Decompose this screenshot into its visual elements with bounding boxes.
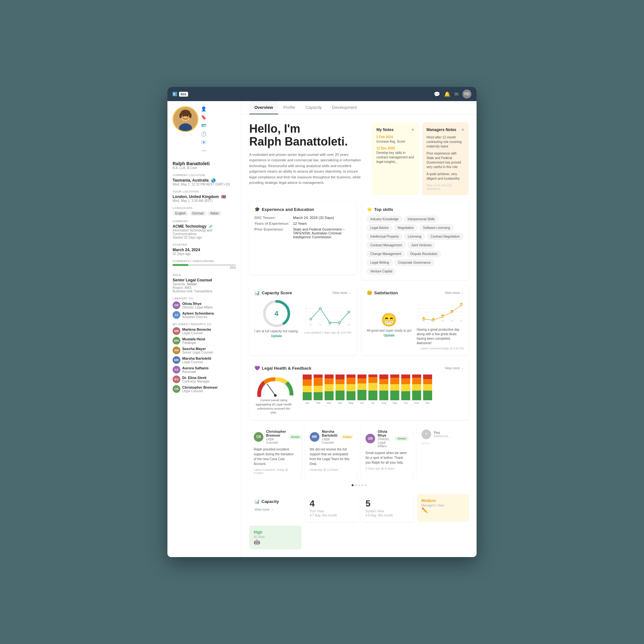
system-view-number: 5 bbox=[365, 498, 409, 509]
dot-indicators bbox=[249, 484, 469, 486]
cap-inner: 4 I am at full capacity but coping. Upda… bbox=[254, 299, 351, 338]
direct-report-6: ES Dr. Elina StreitContracts Manager bbox=[173, 375, 236, 383]
started-section: STARTED March 24, 2024 32 Days ago bbox=[173, 243, 236, 256]
sat-last-comment: Having a great productive day along with… bbox=[417, 327, 464, 346]
your-location-section: YOUR LOCATION London, United Kingdom 🇬🇧 … bbox=[173, 190, 236, 203]
bar-jan bbox=[303, 374, 312, 400]
health-gauge-desc: Current overall rating aggregating all L… bbox=[254, 398, 293, 414]
feedback-time-0: Latest Comment, Today @ 3:32pm bbox=[254, 468, 297, 475]
svg-text:2: 2 bbox=[306, 318, 307, 320]
onboarding-percent: 25% bbox=[173, 266, 236, 270]
dot-5[interactable] bbox=[365, 484, 366, 486]
direct-report-3: SM Sascha MayerSenior Legal Counsel bbox=[173, 346, 236, 354]
dot-2[interactable] bbox=[355, 484, 357, 486]
languages-section: LANGUAGES English German Italian bbox=[173, 206, 236, 216]
id-card-icon[interactable]: 🪪 bbox=[201, 123, 206, 128]
star-icon: ⭐ bbox=[367, 207, 372, 212]
cap-description: I am at full capacity but coping. bbox=[254, 329, 298, 333]
direct-report-5: AS Aurora SaftanisAssociate bbox=[173, 366, 236, 374]
feedback-status-2: Green bbox=[395, 436, 408, 441]
tab-overview[interactable]: Overview bbox=[249, 101, 278, 114]
svg-text:Feb: Feb bbox=[328, 324, 331, 326]
started-label: STARTED bbox=[173, 243, 236, 246]
my-notes-add-btn[interactable]: + bbox=[411, 127, 414, 133]
user-avatar-header[interactable]: RB bbox=[462, 90, 471, 99]
cap-sat-row: 📊 Capacity Score View more → bbox=[249, 285, 469, 355]
external-link-icon[interactable]: 🔗 bbox=[209, 225, 213, 228]
email-icon[interactable]: 📧 bbox=[201, 140, 206, 145]
pencil-icon: ✏️ bbox=[421, 507, 428, 513]
dr-avatar-4: MB bbox=[173, 356, 180, 364]
note-date-1: 2 Feb 2024 bbox=[376, 135, 414, 139]
feedback-avatar-0: CB bbox=[254, 432, 263, 442]
bookmark-icon[interactable]: 🔖 bbox=[201, 115, 206, 120]
skill-7: Contract Negotiation bbox=[427, 233, 463, 240]
health-bar-may: May bbox=[346, 374, 355, 404]
report-to-2: AS Ayleen Schembera Assistant Director bbox=[173, 311, 236, 319]
sat-update-btn[interactable]: Update bbox=[367, 334, 412, 337]
skill-13: Corporate Governance bbox=[394, 259, 434, 266]
mail-icon[interactable]: ✉ bbox=[454, 91, 459, 97]
managers-notes-header: Managers Notes + bbox=[427, 127, 464, 133]
satisfaction-chart-svg: 5 4 3 2 1 bbox=[417, 299, 464, 325]
add-user-icon[interactable]: 👤 bbox=[201, 106, 206, 111]
tab-development[interactable]: Development bbox=[327, 101, 362, 114]
direct-report-2: MH Mustafa HeistParalegal bbox=[173, 337, 236, 345]
bar-label-apr: Apr bbox=[338, 402, 342, 404]
bottom-card-ai-view: High AI View 🤖 bbox=[249, 526, 301, 549]
svg-text:3: 3 bbox=[306, 315, 307, 317]
your-location-time: Wed, May 1, 3:30 AM (BST) bbox=[173, 199, 236, 203]
more-icon[interactable]: ••• bbox=[202, 148, 206, 153]
reports-to-section: I REPORT TO: OR Olivia Rhye Director, Le… bbox=[173, 297, 236, 319]
dr-avatar-7: CB bbox=[173, 385, 180, 393]
skill-11: Dispute Resolution bbox=[407, 251, 441, 257]
sat-description: All good and super ready to go! bbox=[367, 329, 412, 332]
bar-label-oct: Oct bbox=[404, 402, 408, 404]
dot-1[interactable] bbox=[352, 484, 354, 486]
tab-profile[interactable]: Profile bbox=[278, 101, 300, 114]
languages-label: LANGUAGES bbox=[173, 206, 236, 210]
health-bars: Jan Feb bbox=[303, 374, 464, 404]
clock-icon[interactable]: 🕐 bbox=[201, 131, 206, 137]
au-flag: 🌏 bbox=[211, 178, 216, 183]
satisfaction-card: 😊 Satisfaction View more → 😁 All bbox=[362, 285, 469, 355]
smile-icon: 😊 bbox=[367, 290, 372, 295]
feedback-status-0: Green bbox=[289, 435, 302, 439]
dot-4[interactable] bbox=[361, 484, 363, 486]
direct-report-7: CB Christopher BremserLegal Counsel bbox=[173, 385, 236, 393]
user-name: Ralph Banattoleti bbox=[173, 161, 236, 166]
bottom-cap-view-more[interactable]: View more → bbox=[254, 508, 296, 511]
cap-chart: 5 4 3 2 1 bbox=[304, 303, 351, 334]
report-avatar-1: OR bbox=[173, 301, 180, 309]
my-notes-card: My Notes + 2 Feb 2024 Increase Avg. Scor… bbox=[372, 122, 419, 195]
lang-german: German bbox=[190, 211, 206, 216]
exp-tenure-row: DXC Tenure: March 24, 2024 (32 Days) bbox=[254, 216, 351, 220]
bar-label-dec: Dec bbox=[425, 402, 430, 404]
system-view-label: System View bbox=[365, 509, 409, 513]
cap-update-btn[interactable]: Update bbox=[254, 334, 298, 338]
svg-text:3: 3 bbox=[419, 311, 420, 313]
managers-notes-add-btn[interactable]: + bbox=[461, 127, 464, 133]
cap-header: 📊 Capacity Score View more → bbox=[254, 290, 351, 295]
ai-icon: 🤖 bbox=[254, 539, 260, 545]
health-view-more[interactable]: View more → bbox=[445, 366, 464, 370]
bar-label-aug: Aug bbox=[382, 402, 386, 404]
sat-view-more[interactable]: View more → bbox=[445, 291, 464, 295]
hello-section: Hello, I'm Ralph Banattoleti. A motivate… bbox=[249, 122, 365, 195]
chat-icon[interactable]: 💬 bbox=[434, 91, 440, 97]
your-view-sub: 4.7 Avg. this month bbox=[310, 514, 353, 517]
manager-view-label: Manager's View bbox=[421, 504, 465, 507]
notes-area: My Notes + 2 Feb 2024 Increase Avg. Scor… bbox=[372, 122, 469, 195]
tab-capacity[interactable]: Capacity bbox=[300, 101, 327, 114]
titlebar: b box 💬 🔔 ✉ RB bbox=[167, 87, 477, 101]
company-started-sub: Started 32 Days ago bbox=[173, 236, 236, 239]
bell-icon[interactable]: 🔔 bbox=[444, 91, 450, 97]
cap-view-more[interactable]: View more → bbox=[332, 291, 351, 295]
mgr-note-1: Hired after 12 month contracting role co… bbox=[427, 135, 464, 149]
health-icon: 💜 bbox=[254, 365, 260, 371]
skill-1: Interpersonal Skills bbox=[404, 216, 438, 223]
current-location-label: CURRENT LOCATION bbox=[173, 174, 236, 177]
svg-point-25 bbox=[319, 308, 321, 309]
dot-3[interactable] bbox=[358, 484, 360, 486]
manager-view-number: Medium bbox=[421, 498, 465, 503]
